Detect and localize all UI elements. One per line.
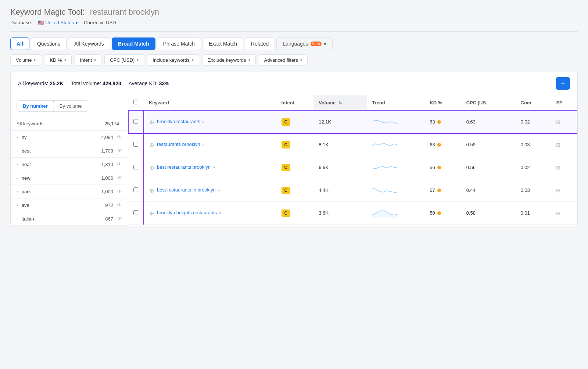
- tab-all[interactable]: All: [10, 37, 29, 50]
- serp-features-icon[interactable]: ⊞: [556, 165, 560, 171]
- eye-icon[interactable]: 👁: [117, 189, 122, 194]
- select-all-checkbox[interactable]: [133, 100, 138, 104]
- row-checkbox[interactable]: [133, 119, 138, 124]
- add-button[interactable]: +: [556, 77, 570, 90]
- add-keyword-icon[interactable]: ⊕: [149, 141, 154, 148]
- keyword-link[interactable]: brooklyn heights restaurants: [157, 210, 217, 215]
- add-keyword-icon[interactable]: ⊕: [149, 210, 154, 217]
- group-count: 867: [105, 216, 113, 222]
- chevron-down-icon: ▾: [34, 58, 36, 62]
- row-checkbox[interactable]: [133, 165, 138, 169]
- eye-icon[interactable]: 👁: [117, 175, 122, 181]
- serp-features-icon[interactable]: ⊞: [556, 187, 560, 193]
- list-item[interactable]: › new 1,006 👁: [11, 171, 128, 185]
- toggle-group: By number By volume: [17, 100, 88, 112]
- table-row: ⊕ restaurants brooklyn » C: [128, 133, 577, 156]
- keyword-link[interactable]: brooklyn restaurants: [157, 119, 200, 124]
- content-section: All keywords: 25.2K Total volume: 429,92…: [0, 72, 588, 236]
- header-meta: Database: 🇺🇸 United States ▾ Currency: U…: [10, 20, 578, 25]
- filter-kd[interactable]: KD % ▾: [44, 54, 71, 66]
- list-item[interactable]: › ny 4,094 👁: [11, 130, 128, 144]
- kd-value: 67: [430, 187, 435, 193]
- td-kd: 50: [424, 202, 461, 225]
- app-container: Keyword Magic Tool: restaurant brooklyn …: [0, 0, 588, 369]
- page-title: Keyword Magic Tool: restaurant brooklyn: [10, 7, 578, 17]
- group-count: 1,000: [101, 189, 113, 194]
- td-com: 0.03: [516, 179, 551, 202]
- list-item[interactable]: › best 1,708 👁: [11, 144, 128, 158]
- add-keyword-icon[interactable]: ⊕: [149, 119, 154, 126]
- tab-all-keywords[interactable]: All Keywords: [68, 37, 110, 50]
- tab-related[interactable]: Related: [245, 37, 275, 50]
- keyword-link[interactable]: restaurants brooklyn: [157, 141, 200, 147]
- td-sf: ⊞: [551, 179, 577, 202]
- keywords-table: Keyword Intent Volume ⇅ Trend KD % CPC (…: [128, 95, 577, 225]
- group-label: ny: [22, 135, 101, 140]
- stats-bar: All keywords: 25.2K Total volume: 429,92…: [11, 72, 577, 95]
- filter-include-keywords[interactable]: Include keywords ▾: [147, 54, 199, 66]
- serp-features-icon[interactable]: ⊞: [556, 210, 560, 216]
- toggle-by-number[interactable]: By number: [17, 100, 54, 112]
- td-volume: 12.1K: [313, 110, 367, 133]
- filter-row: Volume ▾ KD % ▾ Intent ▾ CPC (USD) ▾ Inc…: [10, 54, 578, 66]
- td-intent: C: [276, 156, 314, 179]
- keyword-link[interactable]: best restaurants brooklyn: [157, 164, 211, 170]
- eye-icon[interactable]: 👁: [117, 134, 122, 140]
- filter-intent[interactable]: Intent ▾: [75, 54, 102, 66]
- expand-icon: ›: [17, 162, 18, 166]
- sort-icon: ⇅: [338, 101, 342, 105]
- keyword-link[interactable]: best restaurants in brooklyn: [157, 187, 216, 193]
- table-row: ⊕ brooklyn restaurants » C: [128, 110, 577, 133]
- tab-questions[interactable]: Questions: [31, 37, 67, 50]
- forward-arrows-icon: »: [219, 211, 221, 215]
- expand-icon: ›: [17, 135, 18, 139]
- database-label: Database:: [10, 20, 32, 25]
- left-panel: By number By volume All keywords 25,174 …: [11, 95, 128, 226]
- list-item[interactable]: › ave 972 👁: [11, 198, 128, 212]
- serp-features-icon[interactable]: ⊞: [556, 142, 560, 148]
- filter-exclude-keywords[interactable]: Exclude keywords ▾: [202, 54, 256, 66]
- eye-icon[interactable]: 👁: [117, 216, 122, 222]
- row-checkbox[interactable]: [133, 210, 138, 215]
- filter-intent-label: Intent: [80, 57, 92, 63]
- group-count: 1,006: [101, 175, 113, 181]
- tab-exact-match[interactable]: Exact Match: [202, 37, 243, 50]
- beta-badge: beta: [311, 42, 322, 46]
- th-trend: Trend: [367, 95, 424, 110]
- eye-icon[interactable]: 👁: [117, 202, 122, 208]
- list-item[interactable]: › park 1,000 👁: [11, 185, 128, 198]
- volume-value: 8.1K: [319, 142, 329, 147]
- kd-dot: [437, 189, 441, 192]
- country-selector[interactable]: 🇺🇸 United States ▾: [38, 20, 78, 25]
- add-keyword-icon[interactable]: ⊕: [149, 187, 154, 194]
- th-volume[interactable]: Volume ⇅: [313, 95, 367, 110]
- avg-kd-stat: Average KD: 33%: [129, 80, 169, 86]
- eye-icon[interactable]: 👁: [117, 148, 122, 154]
- td-intent: C: [276, 110, 314, 133]
- row-checkbox[interactable]: [133, 187, 138, 192]
- eye-icon[interactable]: 👁: [117, 161, 122, 167]
- filter-advanced[interactable]: Advanced filters ▾: [259, 54, 308, 66]
- toggle-by-volume[interactable]: By volume: [54, 101, 88, 111]
- th-sf: SF: [551, 95, 577, 110]
- tab-broad-match[interactable]: Broad Match: [112, 37, 155, 50]
- filter-volume[interactable]: Volume ▾: [10, 54, 41, 66]
- serp-features-icon[interactable]: ⊞: [556, 119, 560, 125]
- header-divider: [10, 31, 578, 32]
- forward-arrows-icon: »: [202, 119, 204, 124]
- volume-value: 3.6K: [319, 210, 329, 216]
- row-checkbox[interactable]: [133, 142, 138, 147]
- td-com: 0.01: [516, 202, 551, 225]
- add-keyword-icon[interactable]: ⊕: [149, 164, 154, 171]
- td-checkbox: [128, 156, 144, 179]
- filter-cpc[interactable]: CPC (USD) ▾: [104, 54, 144, 66]
- tab-phrase-match[interactable]: Phrase Match: [157, 37, 201, 50]
- group-label: italian: [22, 216, 105, 222]
- chevron-down-icon: ▾: [324, 41, 326, 47]
- tab-languages[interactable]: Languages beta ▾: [276, 37, 333, 50]
- td-checkbox: [128, 110, 144, 133]
- list-item[interactable]: › near 1,310 👁: [11, 158, 128, 171]
- td-volume: 4.4K: [313, 179, 367, 202]
- intent-badge: C: [282, 164, 291, 171]
- list-item[interactable]: › italian 867 👁: [11, 212, 128, 226]
